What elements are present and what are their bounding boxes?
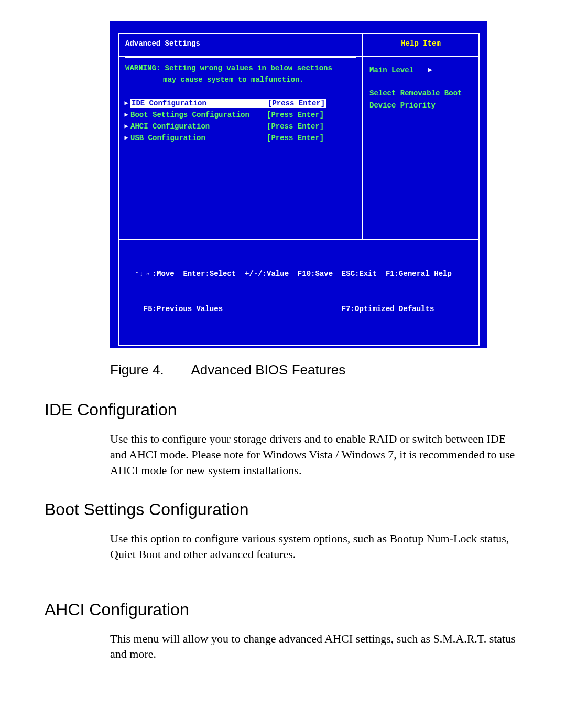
menu-label: IDE Configuration — [130, 99, 267, 108]
help-text-line1: Select Removable Boot — [369, 88, 473, 99]
bios-title-right: Help Item — [363, 34, 478, 57]
figure-number: Figure 4. — [110, 362, 164, 378]
bios-warning-line2: may cause system to malfunction. — [125, 74, 356, 85]
menu-label: AHCI Configuration — [130, 122, 267, 131]
bios-menu-item-boot[interactable]: ▶ Boot Settings Configuration [Press Ent… — [122, 109, 362, 121]
footer-line1: ↑↓→←:Move Enter:Select +/-/:Value F10:Sa… — [135, 268, 468, 280]
footer-line2: F5:Previous Values F7:Optimized Defaults — [135, 303, 468, 315]
body-ide: Use this to configure your storage drive… — [110, 431, 521, 478]
bios-menu: ▶ IDE Configuration [Press Enter] ▶ Boot… — [119, 88, 362, 144]
menu-label: USB Configuration — [130, 134, 267, 142]
menu-value: [Press Enter] — [267, 111, 324, 119]
figure-text: Advanced BIOS Features — [191, 362, 345, 378]
arrow-right-icon: ▶ — [428, 65, 432, 76]
menu-value: [Press Enter] — [267, 134, 324, 142]
arrow-right-icon: ▶ — [122, 111, 130, 119]
arrow-right-icon: ▶ — [122, 99, 130, 107]
arrow-right-icon: ▶ — [122, 134, 130, 142]
heading-ahci: AHCI Configuration — [45, 600, 566, 619]
menu-label: Boot Settings Configuration — [130, 111, 267, 119]
arrow-right-icon: ▶ — [122, 122, 130, 130]
menu-value: [Press Enter] — [267, 99, 326, 108]
bios-menu-item-usb[interactable]: ▶ USB Configuration [Press Enter] — [122, 132, 362, 144]
bios-screenshot: Advanced Settings WARNING: Setting wrong… — [110, 21, 487, 348]
heading-ide: IDE Configuration — [45, 400, 566, 420]
help-text-line2: Device Priority — [369, 100, 473, 111]
heading-boot: Boot Settings Configuration — [45, 500, 566, 519]
bios-title-left: Advanced Settings — [119, 34, 362, 57]
body-boot: Use this option to configure various sys… — [110, 531, 521, 562]
menu-value: [Press Enter] — [267, 122, 324, 131]
help-mainlevel-label: Main Level — [369, 65, 413, 76]
bios-menu-item-ahci[interactable]: ▶ AHCI Configuration [Press Enter] — [122, 121, 362, 132]
bios-help-mainlevel: Main Level ▶ — [369, 65, 473, 76]
bios-main-panel: Advanced Settings WARNING: Setting wrong… — [118, 33, 363, 240]
body-ahci: This menu will allow you to change advan… — [110, 631, 521, 662]
bios-warning: WARNING: Setting wrong values in below s… — [119, 59, 362, 88]
bios-screen: Advanced Settings WARNING: Setting wrong… — [110, 21, 487, 348]
bios-warning-line1: WARNING: Setting wrong values in below s… — [125, 62, 356, 74]
bios-help-panel: Help Item Main Level ▶ Select Removable … — [363, 33, 480, 240]
bios-footer: ↑↓→←:Move Enter:Select +/-/:Value F10:Sa… — [118, 240, 480, 346]
figure-caption: Figure 4. Advanced BIOS Features — [110, 362, 566, 378]
bios-menu-item-ide[interactable]: ▶ IDE Configuration [Press Enter] — [122, 98, 362, 109]
